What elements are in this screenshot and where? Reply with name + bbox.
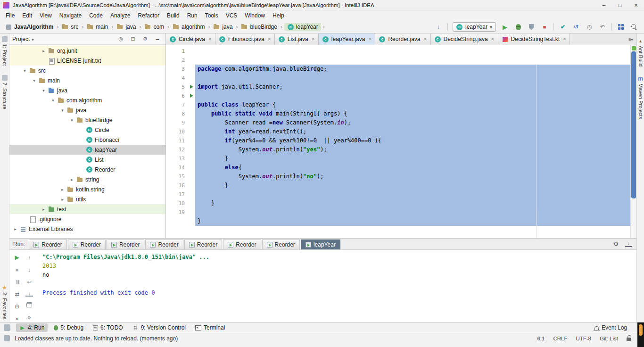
collapse-all-icon[interactable] — [130, 36, 136, 42]
close-tab-icon[interactable]: × — [563, 36, 566, 42]
locate-file-icon[interactable] — [117, 36, 124, 42]
debug-button[interactable] — [516, 24, 521, 30]
project-structure-icon[interactable] — [618, 24, 624, 30]
menu-file[interactable]: File — [2, 11, 18, 20]
tree-item-test[interactable]: ▸test — [9, 204, 165, 214]
breadcrumb-java[interactable]: java — [115, 23, 137, 31]
menu-build[interactable]: Build — [163, 11, 183, 20]
menu-edit[interactable]: Edit — [18, 11, 36, 20]
tree-item-blueBirdge[interactable]: ▾blueBirdge — [9, 115, 165, 125]
undo-icon[interactable] — [598, 23, 607, 31]
status-utf-8[interactable]: UTF-8 — [576, 336, 591, 341]
tree-item-kotlin.string[interactable]: ▸kotlin.string — [9, 184, 165, 194]
maximize-button[interactable] — [612, 0, 628, 10]
hide-panel-icon[interactable] — [154, 36, 161, 42]
toolwindow-button-6-todo[interactable]: 6: TODO — [90, 323, 126, 332]
update-project-icon[interactable] — [434, 23, 443, 31]
chevron-right-icon[interactable]: ▸ — [69, 177, 75, 182]
close-tab-icon[interactable]: × — [491, 36, 495, 42]
tree-item-.gitignore[interactable]: .gitignore — [9, 214, 165, 224]
chevron-down-icon[interactable] — [32, 36, 34, 42]
tree-item-List[interactable]: List — [9, 155, 165, 165]
chevron-down-icon[interactable]: ▾ — [69, 118, 75, 123]
stop-icon[interactable] — [13, 266, 21, 273]
status-6-1[interactable]: 6:1 — [537, 336, 545, 341]
status-git-list[interactable]: Git: List — [600, 336, 618, 341]
breadcrumb-java[interactable]: java — [212, 23, 234, 31]
tree-item-com.algorithm[interactable]: ▾com.algorithm — [9, 95, 165, 105]
pin-icon[interactable] — [13, 303, 21, 310]
run-tab-Reorder-3[interactable]: Reorder — [145, 240, 183, 249]
menu-vcs[interactable]: VCS — [222, 11, 241, 20]
search-everywhere-icon[interactable] — [631, 24, 637, 30]
console-output[interactable]: "C:\Program Files\Java\jdk1.8.0_151\bin\… — [42, 253, 635, 321]
chevron-down-icon[interactable]: ▾ — [41, 88, 47, 93]
tree-item-main[interactable]: ▾main — [9, 75, 165, 85]
menu-navigate[interactable]: Navigate — [56, 11, 85, 20]
editor-tab-Fibonacci.java[interactable]: Fibonacci.java× — [215, 33, 275, 45]
tree-item-string[interactable]: ▸string — [9, 174, 165, 184]
next-occurrence-icon[interactable] — [25, 266, 33, 273]
stripe-ant-build[interactable]: Ant Build — [638, 38, 644, 66]
breadcrumb-leapYear[interactable]: leapYear — [284, 23, 321, 31]
chevron-down-icon[interactable]: ▾ — [31, 78, 37, 83]
breadcrumb-com[interactable]: com — [143, 23, 165, 31]
close-tab-icon[interactable]: × — [268, 36, 271, 42]
code-line-18[interactable]: } — [195, 217, 630, 226]
close-tab-icon[interactable]: × — [424, 36, 427, 42]
editor-tab-Reorder.java[interactable]: Reorder.java× — [375, 33, 430, 45]
run-tab-Reorder-4[interactable]: Reorder — [184, 240, 222, 249]
run-tab-leapYear-7[interactable]: leapYear — [301, 240, 340, 249]
run-line-icon[interactable] — [190, 85, 193, 89]
code-line-2[interactable] — [195, 74, 630, 83]
gear-icon[interactable] — [142, 36, 149, 42]
toolwindow-button-terminal[interactable]: Terminal — [192, 323, 228, 332]
menu-tools[interactable]: Tools — [201, 11, 222, 20]
tree-item-org.junit[interactable]: ▸org.junit — [9, 46, 165, 56]
chevron-right-icon[interactable]: ▸ — [59, 197, 66, 202]
run-line-icon[interactable] — [190, 94, 193, 98]
settings-gear-icon[interactable] — [613, 241, 619, 248]
breadcrumb-blueBirdge[interactable]: blueBirdge — [239, 23, 278, 31]
toolwindow-button-9-version-control[interactable]: 9: Version Control — [129, 323, 189, 332]
tree-item-java[interactable]: ▾java — [9, 85, 165, 95]
toolwindow-button-5-debug[interactable]: 5: Debug — [50, 323, 87, 332]
code-line-7[interactable]: Scanner read =new Scanner(System.in); — [195, 118, 630, 127]
code-line-16[interactable]: } — [195, 199, 630, 208]
code-line-10[interactable]: System.out.println("yes"); — [195, 145, 630, 154]
scrollbar-thumb[interactable] — [631, 51, 636, 198]
more-icon[interactable] — [13, 315, 21, 322]
close-button[interactable] — [628, 0, 644, 10]
close-tab-icon[interactable]: × — [208, 36, 212, 42]
stripe-7-structure[interactable]: 7: Structure — [2, 75, 8, 109]
run-tab-Reorder-0[interactable]: Reorder — [29, 240, 66, 249]
tree-item-Circle[interactable]: Circle — [9, 125, 165, 135]
history-icon[interactable] — [585, 23, 594, 31]
code-line-12[interactable]: else{ — [195, 163, 630, 172]
rerun-icon[interactable] — [13, 254, 21, 261]
code-line-6[interactable]: public static void main(String[] args) { — [195, 109, 630, 118]
stripe-2-favorites[interactable]: 2: Favorites — [2, 285, 8, 319]
tree-item-External Libraries[interactable]: ▸External Libraries — [9, 224, 165, 234]
chevron-right-icon[interactable]: ▸ — [41, 207, 47, 212]
tab-list-icon[interactable] — [625, 36, 636, 42]
menu-window[interactable]: Window — [241, 11, 269, 20]
chevron-right-icon[interactable]: ▸ — [12, 227, 18, 231]
run-tab-Reorder-6[interactable]: Reorder — [262, 240, 300, 249]
code-line-3[interactable]: import java.util.Scanner; — [195, 83, 630, 91]
toolwindow-button-4-run[interactable]: 4: Run — [16, 323, 48, 332]
chevron-down-icon[interactable]: ▾ — [59, 108, 66, 113]
scroll-end-icon[interactable] — [25, 290, 33, 297]
code-line-8[interactable]: int year=read.nextInt(); — [195, 127, 630, 136]
toolwindow-switcher-icon[interactable] — [4, 324, 10, 331]
tree-item-leapYear[interactable]: leapYear — [9, 145, 165, 155]
commit-icon[interactable] — [559, 23, 567, 31]
breadcrumb-JavaAlgorithm[interactable]: JavaAlgorithm — [4, 23, 55, 31]
menu-help[interactable]: Help — [269, 11, 288, 20]
tree-item-LICENSE-junit.txt[interactable]: LICENSE-junit.txt — [9, 56, 165, 66]
event-log-button[interactable]: Event Log — [594, 324, 640, 331]
code-line-14[interactable]: } — [195, 181, 630, 190]
menu-view[interactable]: View — [36, 11, 56, 20]
tree-item-java[interactable]: ▾java — [9, 105, 165, 115]
tree-item-utils[interactable]: ▸utils — [9, 194, 165, 204]
